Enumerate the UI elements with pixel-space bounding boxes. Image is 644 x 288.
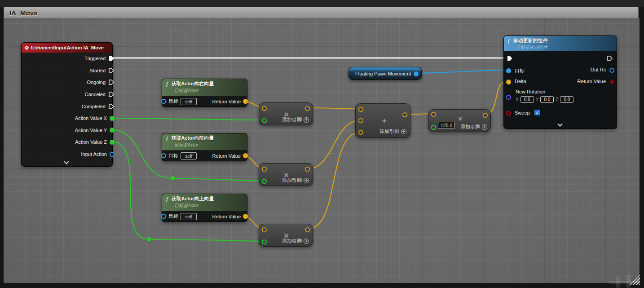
pin-return-value[interactable]	[243, 214, 248, 219]
exec-pin-in[interactable]	[507, 55, 513, 62]
pin-target[interactable]	[161, 214, 166, 219]
node-multiply-z[interactable]: × 添加引脚 +	[259, 224, 313, 247]
node-title: 获取Actor向右向量	[172, 80, 214, 87]
pin-multiply-input-b[interactable]	[262, 179, 267, 184]
out-hit-label: Out Hit	[591, 67, 606, 72]
add-pin-button[interactable]: 添加引脚 +	[282, 177, 309, 184]
pin-pawn-movement-output[interactable]	[414, 71, 419, 76]
node-header[interactable]: ƒ 获取Actor向右向量 目标是Actor	[162, 79, 247, 96]
node-multiply-x[interactable]: × 添加引脚 +	[259, 102, 313, 125]
rotation-y-field[interactable]: 0.0	[540, 96, 554, 103]
pin-delta[interactable]	[506, 80, 511, 84]
scale-value-field[interactable]: 125.0	[438, 122, 455, 129]
node-header[interactable]: ƒ 获取Actor向前向量 目标是Actor	[162, 133, 247, 151]
pin-action-value-z[interactable]	[110, 140, 115, 145]
node-title: 移动更新的组件	[513, 37, 548, 44]
pin-add-input-a[interactable]	[358, 107, 363, 112]
node-get-actor-forward-vector[interactable]: ƒ 获取Actor向前向量 目标是Actor 目标 self Return Va…	[162, 133, 247, 161]
pin-multiply-input-b[interactable]	[262, 118, 267, 123]
new-rotation-fields: X 0.0 Y 0.0 Z 0.0	[516, 96, 573, 103]
pin-target[interactable]	[161, 99, 166, 104]
node-add[interactable]: + 添加引脚 +	[355, 103, 410, 138]
blueprint-graph-canvas[interactable]: EnhancedInputAction IA_Move Triggered St…	[4, 18, 640, 283]
pin-target[interactable]	[506, 68, 511, 73]
pin-scale-input-a[interactable]	[431, 112, 436, 117]
pin-new-rotation[interactable]	[506, 95, 511, 100]
add-pin-button[interactable]: 添加引脚 +	[460, 124, 487, 130]
rotation-z-field[interactable]: 0.0	[560, 96, 573, 103]
sweep-label: Sweep	[515, 110, 530, 115]
target-value-field[interactable]: self	[181, 213, 197, 220]
node-floating-pawn-movement[interactable]: Floating Pawn Movement	[348, 67, 422, 80]
node-subtitle: 目标是移动组件	[516, 44, 613, 51]
target-value-field[interactable]: self	[181, 98, 197, 105]
pin-multiply-output[interactable]	[305, 167, 310, 172]
add-pin-plus-icon: +	[482, 124, 487, 130]
pin-multiply-input-a[interactable]	[262, 227, 267, 232]
node-move-updated-component[interactable]: ƒ 移动更新的组件 目标是移动组件 目标 Out Hit Delta Retur…	[503, 35, 617, 129]
pin-add-input-c[interactable]	[358, 130, 363, 135]
pin-label: Action Value Z	[75, 139, 107, 145]
add-pin-button[interactable]: 添加引脚 +	[282, 116, 309, 123]
node-header[interactable]: EnhancedInputAction IA_Move	[22, 43, 112, 53]
wire-mul2-to-add[interactable]	[307, 120, 362, 169]
pin-input-action[interactable]	[110, 152, 115, 157]
rotation-x-field[interactable]: 0.0	[520, 96, 534, 103]
pin-add-input-b[interactable]	[358, 118, 363, 123]
add-pin-button[interactable]: 添加引脚 +	[379, 128, 406, 135]
pin-sweep[interactable]	[506, 111, 511, 116]
return-value-label: Return Value	[212, 214, 241, 219]
pin-return-value[interactable]	[609, 80, 614, 84]
pin-multiply-input-b[interactable]	[262, 239, 267, 244]
add-pin-label: 添加引脚	[282, 116, 302, 123]
exec-pin-out[interactable]	[607, 55, 613, 62]
reroute-node-y[interactable]	[171, 176, 175, 181]
multiply-symbol: ×	[458, 115, 463, 123]
pin-return-value[interactable]	[243, 99, 248, 104]
pin-scale-input-b[interactable]	[431, 125, 436, 130]
pin-multiply-input-a[interactable]	[262, 106, 267, 111]
add-pin-button[interactable]: 添加引脚 +	[282, 238, 309, 244]
pin-target[interactable]	[161, 153, 166, 158]
add-pin-label: 添加引脚	[282, 177, 302, 184]
target-value-field[interactable]: self	[181, 152, 197, 160]
exec-pin-started[interactable]	[108, 67, 115, 74]
event-diamond-icon	[25, 45, 29, 50]
node-multiply-scale[interactable]: 125.0 × 添加引脚 +	[428, 109, 491, 132]
wire-pawn-movement-to-target[interactable]	[414, 70, 507, 73]
axis-x-label: X	[516, 97, 519, 102]
exec-pin-ongoing[interactable]	[108, 79, 115, 85]
node-enhanced-input-action[interactable]: EnhancedInputAction IA_Move Triggered St…	[21, 42, 113, 167]
target-label: 目标	[168, 213, 178, 220]
exec-pin-completed[interactable]	[108, 103, 115, 110]
node-header[interactable]: ƒ 获取Actor向上向量 目标是Actor	[162, 194, 247, 211]
pin-multiply-input-a[interactable]	[262, 167, 267, 172]
wire-mul1-to-add[interactable]	[307, 108, 362, 109]
wire-action-value-x[interactable]	[111, 118, 265, 120]
pin-label: Action Value X	[75, 115, 107, 121]
node-multiply-y[interactable]: × 添加引脚 +	[259, 163, 313, 186]
node-subtitle: 目标是Actor	[174, 142, 243, 148]
graph-title-bar: IA_Move	[4, 7, 639, 18]
pin-scale-output[interactable]	[483, 113, 488, 118]
pin-multiply-output[interactable]	[305, 227, 310, 232]
sweep-checkbox[interactable]: ✓	[534, 109, 541, 116]
pin-label: Triggered	[84, 56, 106, 61]
pin-return-value[interactable]	[243, 153, 248, 158]
exec-pin-triggered[interactable]	[108, 55, 115, 62]
pin-action-value-x[interactable]	[110, 116, 115, 121]
add-pin-label: 添加引脚	[460, 124, 480, 130]
new-rotation-label: New Rotation	[516, 89, 545, 94]
exec-pin-canceled[interactable]	[108, 91, 115, 97]
collapse-chevron-icon[interactable]	[557, 121, 562, 126]
node-header[interactable]: ƒ 移动更新的组件 目标是移动组件	[504, 36, 617, 51]
node-get-actor-right-vector[interactable]: ƒ 获取Actor向右向量 目标是Actor 目标 self Return Va…	[162, 79, 247, 107]
pin-out-hit[interactable]	[609, 68, 614, 73]
wire-mul3-to-add[interactable]	[307, 132, 362, 229]
return-value-label: Return Value	[578, 79, 606, 84]
node-get-actor-up-vector[interactable]: ƒ 获取Actor向上向量 目标是Actor 目标 self Return Va…	[162, 194, 247, 222]
pin-multiply-output[interactable]	[305, 106, 310, 111]
reroute-node-z[interactable]	[147, 237, 151, 242]
pin-add-output[interactable]	[402, 112, 407, 117]
node-title: 获取Actor向上向量	[172, 195, 214, 202]
